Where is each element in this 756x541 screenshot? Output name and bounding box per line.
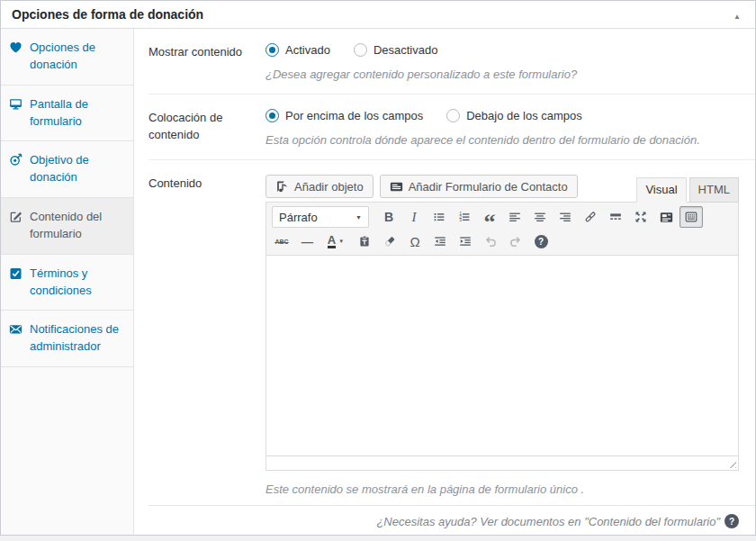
blockquote-icon: “ [484, 210, 496, 224]
sidebar-item-label: Términos y condiciones [30, 266, 128, 300]
text-color-icon: A▼ [328, 234, 344, 248]
help-button[interactable]: ? [529, 230, 553, 252]
radio-label: Por encima de los campos [285, 109, 423, 122]
radio-group: Por encima de los camposDebajo de los ca… [266, 109, 739, 122]
field-row-mostrar-contenido: Mostrar contenidoActivadoDesactivado¿Des… [148, 29, 755, 95]
field-label: Contenido [148, 175, 249, 496]
field-help-text: Esta opción controla dónde aparece el co… [266, 133, 739, 147]
read-more-icon [609, 211, 622, 223]
radio-group: ActivadoDesactivado [266, 43, 739, 57]
align-right-button[interactable] [554, 206, 577, 228]
panel-header: Opciones de forma de donación ▲ [1, 1, 755, 29]
sidebar-item-label: Notificaciones de administrador [30, 321, 128, 356]
text-color-button[interactable]: A▼ [320, 230, 351, 252]
bulleted-list-icon [433, 211, 446, 223]
radio-label: Debajo de los campos [466, 109, 582, 122]
give-form-button[interactable] [654, 206, 678, 228]
radio-label: Activado [285, 43, 330, 57]
resize-handle-icon[interactable] [726, 458, 736, 468]
italic-icon: I [412, 210, 417, 225]
contact-form-icon [390, 180, 403, 194]
bold-icon: B [384, 210, 393, 224]
settings-main: Mostrar contenidoActivadoDesactivado¿Des… [134, 29, 755, 535]
media-icon [275, 180, 289, 194]
sidebar-item-terminos-y-condiciones[interactable]: Términos y condiciones [1, 255, 133, 311]
edit-icon [9, 210, 23, 224]
radio-desactivado[interactable]: Desactivado [354, 43, 438, 57]
link-button[interactable] [579, 206, 602, 228]
question-icon[interactable]: ? [724, 514, 739, 528]
strikethrough-icon: ABC [274, 239, 288, 245]
field-row-colocacion-de-contenido: Colocación de contenidoPor encima de los… [148, 95, 755, 160]
sidebar-item-notificaciones-de-administrador[interactable]: Notificaciones de administrador [1, 311, 133, 367]
fullscreen-icon [634, 211, 647, 223]
radio-label: Desactivado [374, 43, 438, 57]
tab-html[interactable]: HTML [689, 177, 739, 203]
align-left-icon [508, 211, 521, 223]
format-select-value: Párrafo [279, 211, 318, 224]
email-icon [9, 322, 23, 337]
toolbar-row-2: ABC—A▼Ω? [269, 230, 735, 253]
horizontal-rule-button[interactable]: — [295, 230, 319, 252]
outdent-button[interactable] [428, 230, 452, 252]
radio-por-encima-de-los-campos[interactable]: Por encima de los campos [266, 109, 423, 122]
redo-icon [509, 235, 522, 248]
outdent-icon [434, 235, 446, 248]
radio-activado[interactable]: Activado [266, 43, 330, 57]
settings-rows: Mostrar contenidoActivadoDesactivado¿Des… [134, 29, 755, 160]
read-more-button[interactable] [604, 206, 627, 228]
radio-checked-icon [266, 109, 279, 122]
italic-button[interactable]: I [402, 206, 426, 228]
indent-button[interactable] [454, 230, 477, 252]
monitor-icon [9, 97, 23, 112]
collapse-arrow-icon: ▲ [734, 13, 741, 21]
checkbox-icon [9, 266, 23, 281]
sidebar-item-opciones-de-donacion[interactable]: Opciones de donación [1, 29, 133, 86]
align-left-button[interactable] [503, 206, 526, 228]
numbered-list-icon: 123 [458, 211, 471, 223]
add-media-button[interactable]: Añadir objeto [266, 175, 374, 198]
content-editor-row: Contenido Añadir objetoAñadir Formulario… [148, 160, 755, 505]
radio-unchecked-icon [446, 109, 460, 122]
sidebar-item-pantalla-de-formulario[interactable]: Pantalla de formulario [1, 86, 133, 142]
bulleted-list-button[interactable] [428, 206, 451, 228]
toolbar-toggle-button[interactable] [680, 206, 703, 228]
editor-toolbar: Párrafo ▼ BI123“ ABC—A▼Ω? [266, 203, 738, 256]
undo-button[interactable] [479, 230, 502, 252]
undo-icon [484, 235, 497, 248]
sidebar-item-objetivo-de-donacion[interactable]: Objetivo de donación [1, 141, 133, 198]
editor-content[interactable] [266, 256, 738, 455]
paragraph-format-select[interactable]: Párrafo ▼ [272, 206, 369, 228]
paste-as-text-button[interactable] [353, 230, 376, 252]
editor-field: Añadir objetoAñadir Formulario de Contac… [266, 175, 739, 496]
blockquote-button[interactable]: “ [478, 206, 501, 228]
bold-button[interactable]: B [377, 206, 400, 228]
sidebar-item-label: Opciones de donación [30, 40, 128, 74]
media-buttons: Añadir objetoAñadir Formulario de Contac… [266, 175, 578, 202]
editor-help-text: Este contenido se mostrará en la página … [266, 482, 739, 496]
field-label: Mostrar contenido [148, 43, 249, 81]
special-character-button[interactable]: Ω [403, 230, 427, 252]
settings-sidebar: Opciones de donaciónPantalla de formular… [1, 29, 134, 535]
align-right-icon [559, 211, 572, 223]
numbered-list-button[interactable]: 123 [453, 206, 476, 228]
sidebar-item-label: Objetivo de donación [30, 152, 128, 186]
strikethrough-button[interactable]: ABC [270, 230, 293, 252]
docs-help-link[interactable]: ¿Necesitas ayuda? Ver documentos en "Con… [376, 515, 720, 528]
align-center-icon [534, 211, 546, 223]
clear-formatting-button[interactable] [378, 230, 401, 252]
align-center-button[interactable] [528, 206, 552, 228]
fullscreen-button[interactable] [629, 206, 652, 228]
field-help-text: ¿Desea agregar contenido personalizado a… [266, 68, 739, 81]
chevron-down-icon: ▼ [356, 214, 362, 221]
editor-statusbar [266, 455, 738, 470]
redo-button[interactable] [504, 230, 527, 252]
radio-debajo-de-los-campos[interactable]: Debajo de los campos [446, 109, 582, 122]
sidebar-item-contenido-del-formulario[interactable]: Contenido del formulario [1, 198, 133, 255]
collapse-button[interactable]: ▲ [728, 8, 746, 22]
add-contact-form-button[interactable]: Añadir Formulario de Contacto [380, 175, 578, 198]
donation-form-options-panel: Opciones de forma de donación ▲ Opciones… [0, 0, 756, 536]
tab-visual[interactable]: Visual [636, 177, 686, 203]
panel-title: Opciones de forma de donación [12, 7, 203, 22]
media-button-label: Añadir Formulario de Contacto [409, 180, 568, 194]
